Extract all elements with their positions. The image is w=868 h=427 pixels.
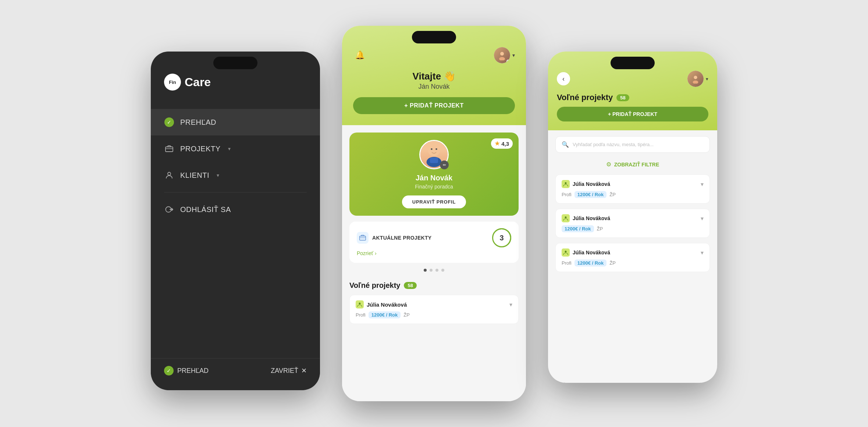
- projects-count-circle: 3: [492, 228, 511, 247]
- item-expand-arrow[interactable]: ▾: [509, 301, 512, 308]
- list-item-2-header: Júlia Nováková ▾: [562, 214, 704, 222]
- aktual-projects-card: AKTUÁLNE PROJEKTY 3 Pozrieť ›: [349, 222, 519, 263]
- rating-value: 4,3: [501, 141, 509, 147]
- logo-care-text: Care: [185, 75, 211, 89]
- dot-1: [424, 269, 427, 272]
- item-1-arrow[interactable]: ▾: [701, 181, 704, 188]
- search-icon: 🔍: [562, 141, 569, 148]
- menu-logout-btn[interactable]: ODHLÁSIŤ SA: [151, 196, 320, 223]
- menu-divider: [164, 192, 307, 193]
- check-green-icon: ✓: [164, 117, 174, 127]
- pagination-dots: [342, 269, 526, 272]
- svg-point-8: [435, 148, 437, 150]
- dot-2: [430, 269, 433, 272]
- search-bar[interactable]: 🔍 Vyhľadať podľa názvu, mesta, tipéra...: [555, 136, 710, 153]
- projekty-arrow: ▾: [228, 146, 231, 152]
- profile-edit-icon[interactable]: ✏: [440, 160, 449, 169]
- svg-rect-0: [166, 147, 173, 152]
- svg-point-18: [565, 251, 567, 253]
- klienti-arrow: ▾: [217, 172, 219, 178]
- list-avatar-wrapper[interactable]: ▾: [687, 71, 708, 87]
- list-item-2: Júlia Nováková ▾ 1200€ / Rok ŽP: [555, 209, 710, 238]
- dynamic-island-main: [412, 31, 456, 43]
- item-3-arrow[interactable]: ▾: [701, 249, 704, 256]
- svg-point-6: [428, 144, 440, 156]
- main-scene: Fin Care ✓ PREHĽAD: [0, 0, 868, 427]
- svg-point-14: [694, 76, 697, 79]
- search-placeholder-text: Vyhľadať podľa názvu, mesta, tipéra...: [573, 142, 654, 147]
- svg-point-5: [499, 57, 505, 60]
- filter-icon: ⚙: [606, 161, 611, 168]
- header-avatar-wrapper[interactable]: ▾: [494, 47, 515, 63]
- welcome-name: Ján Novák: [353, 83, 515, 91]
- list-body: 🔍 Vyhľadať podľa názvu, mesta, tipéra...…: [548, 130, 717, 278]
- list-add-project-button[interactable]: + PRIDAŤ PROJEKT: [557, 107, 708, 121]
- free-projects-count-badge: 58: [404, 282, 416, 289]
- edit-profile-button[interactable]: UPRAVIŤ PROFIL: [402, 195, 466, 208]
- phone-list: ‹ ▾ Voľné projekty 58: [548, 52, 717, 383]
- tag-1-label: Profi: [562, 192, 572, 197]
- menu-item-projekty[interactable]: PROJEKTY ▾: [151, 135, 320, 162]
- free-projects-section: Voľné projekty 58: [342, 275, 526, 334]
- menu-screen: Fin Care ✓ PREHĽAD: [151, 52, 320, 390]
- dot-4: [441, 269, 444, 272]
- free-projects-header: Voľné projekty 58: [349, 281, 519, 290]
- filter-row[interactable]: ⚙ ZOBRAZIŤ FILTRE: [555, 157, 710, 172]
- item-2-arrow[interactable]: ▾: [701, 215, 704, 222]
- menu-close-button[interactable]: ZAVRIEŤ ✕: [271, 367, 307, 375]
- tag-price: 1200€ / Rok: [369, 311, 401, 318]
- back-button[interactable]: ‹: [557, 72, 570, 85]
- profile-avatar-container: ✏: [419, 140, 449, 169]
- tag-1-price: 1200€ / Rok: [574, 191, 607, 198]
- logo-fin-text: Fin: [169, 80, 176, 85]
- menu-items: ✓ PREHĽAD PROJEKTY: [151, 102, 320, 358]
- svg-point-2: [168, 172, 171, 175]
- close-label: ZAVRIEŤ: [271, 367, 298, 375]
- filter-label: ZOBRAZIŤ FILTRE: [614, 162, 659, 167]
- dynamic-island-menu: [213, 57, 257, 69]
- dynamic-island-list: [611, 57, 655, 69]
- list-item-1-tags: Profi 1200€ / Rok ŽP: [562, 191, 704, 198]
- welcome-title: Vitajte 👋: [353, 71, 515, 82]
- project-item-tags: Profi 1200€ / Rok ŽP: [356, 311, 512, 318]
- svg-point-13: [359, 303, 361, 304]
- list-header-avatar: [687, 71, 704, 87]
- profile-card: ★ 4,3: [349, 133, 519, 216]
- tag-profi-label: Profi: [356, 312, 366, 318]
- menu-item-klienti[interactable]: KLIENTI ▾: [151, 162, 320, 188]
- dot-3: [435, 269, 438, 272]
- projects-count: 3: [499, 234, 504, 242]
- klienti-label: KLIENTI: [180, 171, 209, 180]
- project-item-header: Júlia Nováková ▾: [356, 300, 512, 308]
- add-project-button[interactable]: + PRIDAŤ PROJEKT: [353, 97, 515, 114]
- list-item-3: Júlia Nováková ▾ Profi 1200€ / Rok ŽP: [555, 243, 710, 272]
- menu-item-prehlad[interactable]: ✓ PREHĽAD: [151, 109, 320, 135]
- person-icon-1: [562, 180, 570, 188]
- avatar-dropdown-arrow: ▾: [512, 52, 515, 58]
- svg-point-15: [693, 81, 698, 84]
- phone-main: 🔔 ▾ Vitaj: [342, 26, 526, 401]
- person-icon-2: [562, 214, 570, 222]
- list-title: Voľné projekty: [557, 93, 613, 102]
- list-item-3-tags: Profi 1200€ / Rok ŽP: [562, 260, 704, 267]
- bell-icon[interactable]: 🔔: [353, 49, 366, 62]
- person-icon-3: [562, 248, 570, 257]
- list-item-3-header: Júlia Nováková ▾: [562, 248, 704, 257]
- prehlad-label: PREHĽAD: [180, 118, 216, 127]
- tag-2-price: 1200€ / Rok: [562, 225, 594, 232]
- svg-point-16: [565, 182, 567, 184]
- profile-role: Finačný poradca: [415, 184, 453, 190]
- tag-2-type: ŽP: [597, 226, 603, 232]
- exit-icon: [164, 204, 174, 215]
- list-header-top: ‹ ▾: [557, 71, 708, 87]
- menu-bottom-bar: ✓ PREHĽAD ZAVRIEŤ ✕: [151, 358, 320, 390]
- list-item-1-header: Júlia Nováková ▾: [562, 180, 704, 188]
- projects-view-link[interactable]: Pozrieť ›: [357, 250, 511, 256]
- project-item-name: Júlia Nováková: [356, 300, 407, 308]
- project-list-item: Júlia Nováková ▾ Profi 1200€ / Rok ŽP: [349, 295, 519, 324]
- projekty-label: PROJEKTY: [180, 145, 221, 153]
- tag-3-label: Profi: [562, 260, 572, 266]
- person-green-icon: [356, 300, 364, 308]
- welcome-section: Vitajte 👋 Ján Novák: [353, 71, 515, 91]
- list-title-row: Voľné projekty 58: [557, 93, 708, 102]
